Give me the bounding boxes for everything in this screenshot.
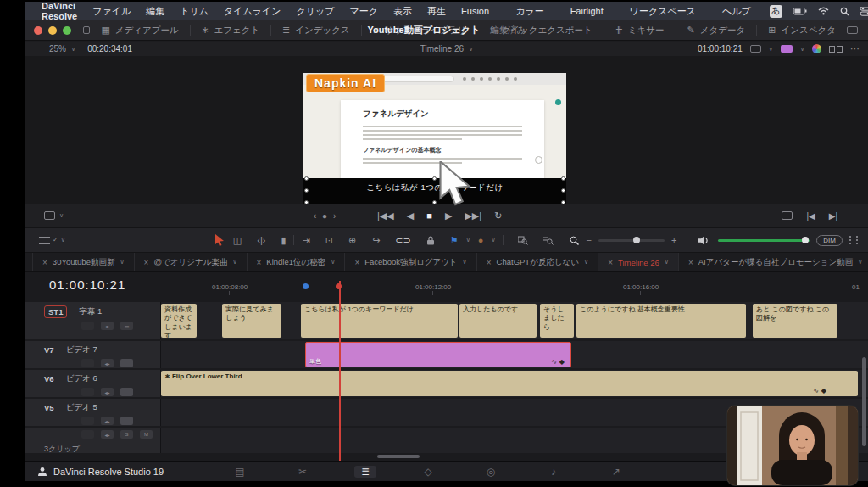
tab-kindle[interactable]: × Kindle1位の秘密 ∨: [248, 253, 346, 271]
sound-library-button[interactable]: ♫ サウンドライブラリ: [361, 25, 477, 36]
fusion-title-clip[interactable]: ∗ Flip Over Lower Third ∿◆: [161, 371, 858, 396]
chevron-down-icon[interactable]: ∨: [665, 259, 669, 266]
timeline-name-select[interactable]: Timeline 26 ∨: [25, 44, 868, 53]
previous-edit-button[interactable]: |◀: [806, 211, 815, 221]
track-name[interactable]: ビデオ 5: [66, 402, 97, 413]
track-lock-icon[interactable]: [81, 417, 94, 425]
chevron-down-icon[interactable]: ∨: [466, 237, 470, 244]
speaker-icon[interactable]: [698, 236, 711, 245]
control-center-icon[interactable]: [860, 7, 868, 16]
replace-clip-icon[interactable]: ⊕: [348, 236, 356, 245]
wifi-icon[interactable]: [818, 7, 829, 15]
zoom-full-extent-icon[interactable]: [518, 235, 528, 245]
zoom-out-icon[interactable]: −: [587, 236, 592, 245]
track-id[interactable]: V6: [44, 374, 54, 383]
tab-chatgpt[interactable]: × ChatGPTが反応しない ∨: [477, 253, 598, 271]
razor-tool-icon[interactable]: ▮: [281, 236, 286, 245]
track-v7-header[interactable]: V7 ビデオ 7 ◂▸: [25, 341, 161, 368]
close-icon[interactable]: ×: [688, 258, 693, 267]
menu-color[interactable]: カラー: [515, 5, 544, 18]
auto-select-icon[interactable]: ◂▸: [101, 388, 114, 396]
zoom-custom-icon[interactable]: [569, 235, 579, 245]
track-name[interactable]: ビデオ 7: [66, 344, 97, 355]
selection-handle[interactable]: [561, 188, 565, 193]
selection-handle[interactable]: [561, 200, 565, 204]
next-edit-button[interactable]: ▶|: [829, 211, 837, 221]
menu-edit[interactable]: 編集: [146, 5, 164, 18]
timeline-view-options[interactable]: ∨: [44, 211, 64, 220]
metadata-button[interactable]: ✎ メタデータ: [676, 25, 757, 36]
media-page-button[interactable]: ▤: [229, 466, 251, 478]
menu-timeline[interactable]: タイムライン: [224, 5, 281, 18]
effects-button[interactable]: ∗ エフェクト: [190, 25, 270, 36]
selection-handle[interactable]: [561, 176, 565, 181]
search-icon[interactable]: [840, 7, 849, 16]
play-reverse-button[interactable]: ◀: [407, 210, 414, 221]
timeline-marker-blue[interactable]: [303, 283, 309, 289]
close-icon[interactable]: ×: [608, 258, 613, 267]
solid-color-clip[interactable]: 単色 ∿◆: [305, 342, 571, 367]
display-mode-icon[interactable]: [847, 26, 858, 34]
horizontal-scrollbar[interactable]: [377, 455, 420, 458]
track-enable-icon[interactable]: [120, 359, 133, 367]
selection-handle[interactable]: [432, 176, 437, 181]
clip-curve-keyframe-icons[interactable]: ∿◆: [551, 358, 567, 366]
battery-icon[interactable]: [793, 8, 807, 15]
trim-edit-mode-icon[interactable]: ◫: [233, 236, 242, 245]
link-clips-icon[interactable]: ⊂⊃: [395, 236, 410, 245]
stop-button[interactable]: ■: [426, 210, 432, 221]
track-id[interactable]: V5: [44, 403, 54, 412]
subtitle-clip[interactable]: このようにですね 基本概念重要性: [576, 304, 746, 338]
deliver-page-button[interactable]: ↗: [605, 466, 627, 478]
track-id[interactable]: V7: [44, 345, 54, 355]
tab-original-music[interactable]: × @でオリジナル楽曲 ∨: [135, 253, 248, 271]
pin-window-icon[interactable]: [83, 26, 90, 34]
menu-fusion[interactable]: Fusion: [461, 6, 489, 16]
track-enable-icon[interactable]: [120, 388, 133, 396]
chevron-down-icon[interactable]: ∨: [331, 259, 335, 266]
menu-trim[interactable]: トリム: [180, 5, 209, 18]
auto-select-icon[interactable]: ◂▸: [101, 322, 114, 330]
tab-ai-avatar[interactable]: × AIアバターが喋る自社プロモーション動画 ∨: [679, 253, 868, 271]
fusion-page-button[interactable]: ◇: [417, 466, 439, 478]
mixer-button[interactable]: ⋕ ミキサー: [604, 25, 676, 36]
first-frame-button[interactable]: |◀◀: [377, 210, 394, 221]
chevron-down-icon[interactable]: ∨: [858, 259, 862, 266]
zoom-window-button[interactable]: [63, 26, 71, 35]
insert-clip-icon[interactable]: ⇥: [302, 236, 309, 245]
track-id-badge[interactable]: ST1: [44, 305, 67, 318]
quick-export-button[interactable]: ⇧ クイックエクスポート: [477, 25, 603, 36]
track-audio-header[interactable]: ◂▸ S M 3クリップ: [25, 428, 161, 453]
close-icon[interactable]: ×: [354, 258, 359, 267]
close-icon[interactable]: ×: [42, 258, 47, 267]
tab-facebook[interactable]: × Facebook強制ログアウト ∨: [345, 253, 476, 271]
subtitle-clip[interactable]: こちらは私が 1つのキーワードだけ: [301, 304, 458, 338]
inspector-button[interactable]: ⊞ インスペクタ: [757, 25, 847, 36]
timeline-display-options[interactable]: ✓ ∨: [39, 237, 65, 244]
match-frame-icon[interactable]: [782, 211, 793, 220]
input-source-icon[interactable]: あ: [770, 5, 782, 18]
track-lock-icon[interactable]: [81, 430, 94, 439]
track-name[interactable]: ビデオ 6: [66, 373, 97, 384]
chevron-down-icon[interactable]: ∨: [584, 259, 588, 266]
chevron-down-icon[interactable]: ∨: [491, 237, 495, 244]
auto-select-icon[interactable]: ◂▸: [101, 417, 114, 425]
loop-button[interactable]: ↻: [494, 210, 502, 221]
tab-30youtube[interactable]: × 30Youtube動画新 ∨: [32, 253, 135, 271]
close-icon[interactable]: ×: [144, 258, 149, 267]
jog-control[interactable]: ‹ ● ›: [314, 211, 337, 221]
track-v5-header[interactable]: V5 ビデオ 5 ◂▸: [25, 399, 161, 426]
chevron-down-icon[interactable]: ∨: [463, 259, 467, 266]
flag-icon[interactable]: ⚑: [450, 236, 459, 245]
track-st1-lane[interactable]: 資料作成ができてしまいます 実際に見てみましょう こちらは私が 1つのキーワード…: [161, 302, 868, 339]
track-lock-icon[interactable]: [81, 322, 94, 330]
track-v6-header[interactable]: V6 ビデオ 6 ◂▸: [25, 370, 161, 397]
cut-page-button[interactable]: ✂: [292, 466, 314, 478]
last-frame-button[interactable]: ▶▶|: [465, 210, 481, 221]
minimize-window-button[interactable]: [48, 26, 57, 35]
menu-clip[interactable]: クリップ: [297, 5, 335, 18]
selection-handle[interactable]: [304, 188, 309, 193]
zoom-in-icon[interactable]: +: [671, 236, 676, 245]
clip-curve-keyframe-icons[interactable]: ∿◆: [813, 387, 829, 395]
dim-button[interactable]: DIM: [816, 235, 843, 246]
